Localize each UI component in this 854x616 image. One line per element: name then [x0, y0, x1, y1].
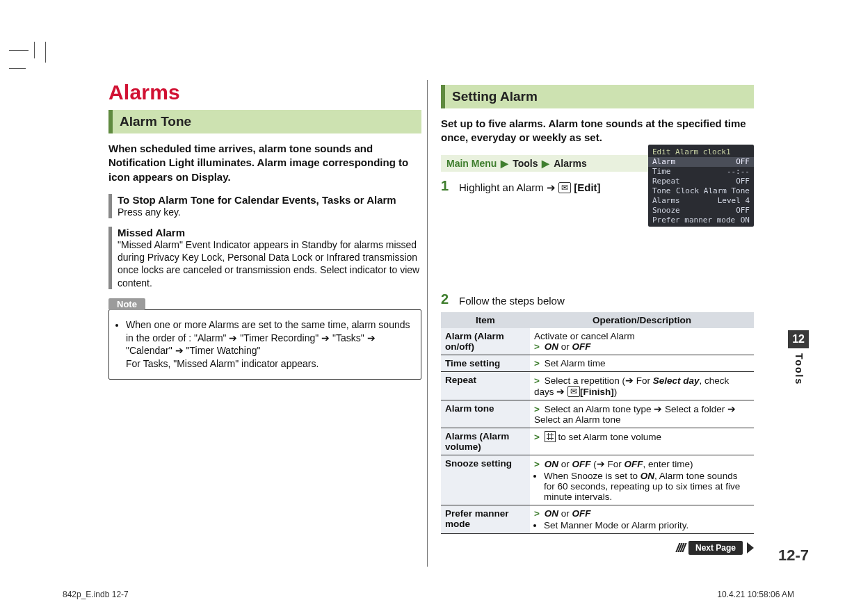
stop-alarm-title: To Stop Alarm Tone for Calendar Events, …	[118, 194, 421, 206]
footer-left: 842p_E.indb 12-7	[63, 590, 129, 599]
breadcrumb-alarms: Alarms	[554, 158, 586, 169]
page-content: Alarms Alarm Tone When scheduled time ar…	[108, 81, 755, 554]
table-item-cell: Snooze setting	[441, 455, 530, 505]
table-op-cell: > Select an Alarm tone type ➔ Select a f…	[530, 400, 754, 428]
screenshot-row: AlarmOFF	[648, 157, 754, 167]
breadcrumb-tools: Tools	[513, 158, 538, 169]
breadcrumb-sep-icon: ▶	[542, 158, 549, 169]
missed-alarm-body: "Missed Alarm" Event Indicator appears i…	[118, 238, 421, 289]
footer-right: 10.4.21 10:58:06 AM	[717, 590, 794, 599]
note-item: When one or more Alarms are set to the s…	[126, 318, 414, 371]
page-number: 12-7	[778, 546, 809, 565]
screenshot-row: Prefer manner modeON	[652, 216, 750, 225]
table-row: Prefer manner mode> ON or OFFSet Manner …	[441, 505, 754, 533]
step-number: 2	[441, 292, 452, 306]
step-2: 2 Follow the steps below	[441, 292, 754, 308]
table-op-cell: Activate or cancel Alarm> ON or OFF	[530, 328, 754, 355]
table-head-item: Item	[441, 312, 530, 328]
crop-marks	[9, 42, 44, 97]
setting-alarm-intro: Set up to five alarms. Alarm tone sounds…	[441, 117, 754, 145]
table-row: Time setting> Set Alarm time	[441, 355, 754, 371]
stop-alarm-block: To Stop Alarm Tone for Calendar Events, …	[108, 194, 421, 218]
alarm-tone-intro: When scheduled time arrives, alarm tone …	[108, 142, 421, 184]
stop-alarm-body: Press any key.	[118, 206, 421, 218]
table-item-cell: Repeat	[441, 371, 530, 400]
screenshot-row: RepeatOFF	[652, 177, 750, 186]
phone-screenshot: Edit Alarm clock1 AlarmOFFTime--:--Repea…	[648, 145, 754, 227]
table-row: Alarms (Alarm volume)> to set Alarm tone…	[441, 428, 754, 455]
page-title: Alarms	[108, 81, 421, 104]
left-column: Alarms Alarm Tone When scheduled time ar…	[108, 81, 421, 554]
breadcrumb-main-menu: Main Menu	[446, 158, 497, 169]
table-item-cell: Alarm tone	[441, 400, 530, 428]
table-item-cell: Alarm (Alarm on/off)	[441, 328, 530, 355]
section-alarm-tone: Alarm Tone	[108, 110, 421, 133]
missed-alarm-block: Missed Alarm "Missed Alarm" Event Indica…	[108, 227, 421, 289]
table-op-cell: > Set Alarm time	[530, 355, 754, 371]
chapter-tab: 12	[788, 330, 809, 348]
next-page-indicator: //// Next Page	[676, 541, 754, 556]
screenshot-row: ToneClock Alarm Tone	[652, 186, 750, 196]
table-row: Snooze setting> ON or OFF (➔ For OFF, en…	[441, 455, 754, 505]
table-item-cell: Time setting	[441, 355, 530, 371]
missed-alarm-title: Missed Alarm	[118, 227, 421, 238]
table-op-cell: > ON or OFF (➔ For OFF, enter time)When …	[530, 455, 754, 505]
note-section: Note When one or more Alarms are set to …	[108, 298, 421, 380]
table-head-op: Operation/Description	[530, 312, 754, 328]
operation-table: Item Operation/Description Alarm (Alarm …	[441, 312, 754, 534]
screenshot-row: AlarmsLevel 4	[652, 196, 750, 206]
next-page-hash-icon: ////	[676, 541, 684, 556]
table-op-cell: > Select a repetition (➔ For Select day,…	[530, 371, 754, 400]
screenshot-row: Time--:--	[652, 167, 750, 177]
note-item-text: For Tasks, "Missed Alarm" indicator appe…	[126, 358, 319, 369]
screenshot-title: Edit Alarm clock1	[652, 147, 750, 157]
edit-label: [Edit]	[574, 181, 600, 193]
step-number: 1	[441, 179, 452, 193]
next-page-label: Next Page	[688, 541, 743, 555]
screenshot-row: SnoozeOFF	[652, 206, 750, 216]
table-row: Repeat> Select a repetition (➔ For Selec…	[441, 371, 754, 400]
right-column: Setting Alarm Set up to five alarms. Ala…	[441, 81, 754, 554]
step-text: Highlight an Alarm ➔ ✉ [Edit]	[459, 179, 601, 195]
breadcrumb-sep-icon: ▶	[501, 158, 508, 169]
note-box: When one or more Alarms are set to the s…	[108, 309, 421, 380]
chapter-label: Tools	[793, 353, 805, 385]
step-text: Follow the steps below	[459, 292, 565, 308]
mail-key-icon: ✉	[558, 182, 571, 193]
section-setting-alarm: Setting Alarm	[441, 85, 754, 108]
table-item-cell: Prefer manner mode	[441, 505, 530, 533]
table-op-cell: > ON or OFFSet Manner Mode or Alarm prio…	[530, 505, 754, 533]
step-1-text-a: Highlight an Alarm ➔	[459, 181, 558, 193]
note-item-text: When one or more Alarms are set to the s…	[126, 319, 410, 357]
table-item-cell: Alarms (Alarm volume)	[441, 428, 530, 455]
next-page-arrow-icon	[747, 542, 754, 553]
table-op-cell: > to set Alarm tone volume	[530, 428, 754, 455]
table-row: Alarm (Alarm on/off)Activate or cancel A…	[441, 328, 754, 355]
note-label: Note	[108, 298, 145, 310]
table-row: Alarm tone> Select an Alarm tone type ➔ …	[441, 400, 754, 428]
